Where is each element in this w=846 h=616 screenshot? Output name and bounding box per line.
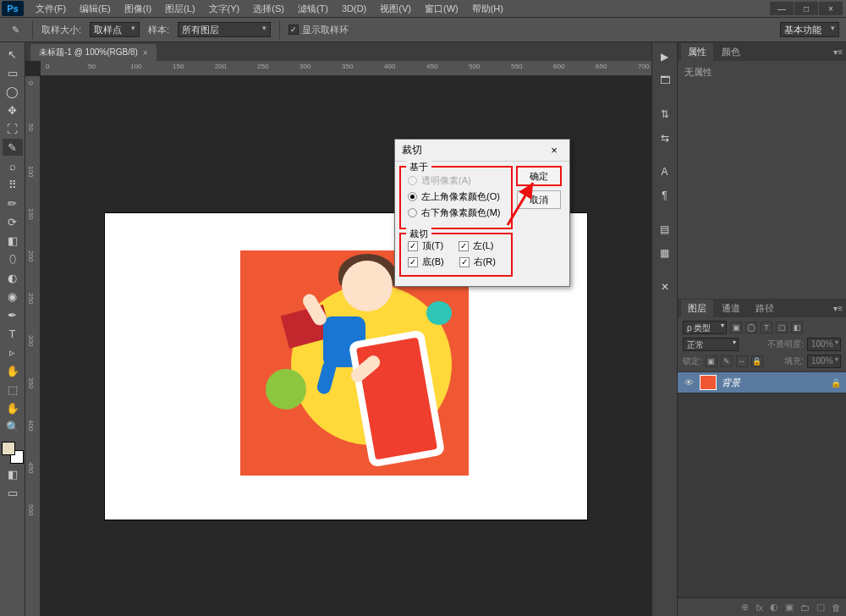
dialog-close-button[interactable]: ×: [546, 144, 563, 157]
blend-mode-select[interactable]: 正常: [683, 338, 739, 351]
show-sampling-ring[interactable]: ✓ 显示取样环: [288, 24, 349, 36]
gradient-tool[interactable]: ⬯: [3, 250, 23, 267]
paragraph-icon[interactable]: ¶: [656, 186, 674, 205]
healing-tool[interactable]: ⌕: [3, 157, 23, 174]
quick-select-tool[interactable]: ✥: [3, 102, 23, 118]
blur-tool[interactable]: ◐: [3, 269, 23, 286]
cancel-button[interactable]: 取消: [517, 190, 561, 209]
menu-image[interactable]: 图像(I): [118, 1, 158, 17]
visibility-icon[interactable]: 👁: [683, 377, 695, 388]
lock-transparency-icon[interactable]: ▣: [706, 355, 717, 367]
menu-help[interactable]: 帮助(H): [465, 1, 510, 17]
chk-left[interactable]: ✓左(L): [459, 239, 493, 252]
layer-filter-kind[interactable]: ρ 类型: [683, 321, 727, 334]
fx-icon[interactable]: fx: [755, 602, 763, 613]
move-tool[interactable]: ↖: [3, 46, 23, 63]
filter-pixel-icon[interactable]: ▣: [730, 322, 742, 333]
new-layer-icon[interactable]: ▢: [816, 602, 825, 613]
opacity-value[interactable]: 100%: [807, 338, 841, 351]
layer-name[interactable]: 背景: [722, 377, 740, 389]
link-layers-icon[interactable]: ⊕: [741, 602, 749, 613]
tab-properties[interactable]: 属性: [681, 43, 713, 61]
trim-legend: 裁切: [406, 228, 431, 240]
chk-top[interactable]: ✓顶(T): [408, 239, 443, 252]
path-select-tool[interactable]: ▹: [3, 344, 23, 360]
tab-channels[interactable]: 通道: [715, 300, 747, 317]
lock-pixels-icon[interactable]: ✎: [721, 355, 733, 367]
crop-tool[interactable]: ⛶: [3, 120, 23, 137]
tab-layers[interactable]: 图层: [681, 300, 713, 317]
ok-button[interactable]: 确定: [517, 167, 561, 185]
type-tool[interactable]: T: [3, 325, 23, 342]
menu-window[interactable]: 窗口(W): [418, 1, 465, 17]
menu-filter[interactable]: 滤镜(T): [291, 1, 335, 17]
layers-panel-tabs: 图层 通道 路径 ▾≡: [678, 299, 846, 317]
shape-tool[interactable]: ✋: [3, 362, 23, 379]
filter-smart-icon[interactable]: ◧: [791, 322, 803, 333]
layer-row-background[interactable]: 👁 背景 🔒: [678, 371, 846, 393]
radio-top-left[interactable]: 左上角像素颜色(O): [408, 189, 504, 205]
adjustment-layer-icon[interactable]: ▣: [785, 602, 794, 613]
radio-bottom-right[interactable]: 右下角像素颜色(M): [408, 205, 504, 221]
document-close-icon[interactable]: ×: [143, 48, 148, 58]
layers-menu-icon[interactable]: ▾≡: [833, 304, 843, 313]
layer-thumbnail[interactable]: [700, 375, 717, 390]
mask-icon[interactable]: ◐: [770, 602, 778, 613]
menu-layer[interactable]: 图层(L): [158, 1, 201, 17]
zoom-tool[interactable]: 🔍: [3, 418, 23, 435]
window-close[interactable]: ×: [819, 2, 843, 15]
collapsed-panels-stripe: ▶ 🗔 ⇅ ⇆ A ¶ ▤ ▦ ✕: [651, 42, 677, 616]
adjustments-icon[interactable]: ⇅: [656, 105, 674, 124]
pen-tool[interactable]: ✒: [3, 306, 23, 323]
eyedropper-tool[interactable]: ✎: [3, 139, 23, 156]
styles-icon[interactable]: ⇆: [656, 129, 674, 147]
delete-layer-icon[interactable]: 🗑: [832, 602, 841, 613]
libraries-icon[interactable]: ▦: [656, 244, 674, 262]
menu-3d[interactable]: 3D(D): [335, 2, 373, 15]
menu-view[interactable]: 视图(V): [373, 1, 418, 17]
group-icon[interactable]: 🗀: [800, 602, 810, 613]
dialog-titlebar[interactable]: 裁切 ×: [395, 140, 569, 162]
history-brush-tool[interactable]: ⟳: [3, 213, 23, 230]
screenmode-icon[interactable]: ▭: [3, 484, 23, 501]
filter-shape-icon[interactable]: ▢: [776, 322, 788, 333]
brush-tool[interactable]: ⠿: [3, 176, 23, 193]
sample-size-select[interactable]: 取样点: [90, 22, 140, 37]
dodge-tool[interactable]: ◉: [3, 288, 23, 305]
filter-text-icon[interactable]: T: [761, 322, 772, 333]
sample-select[interactable]: 所有图层: [178, 22, 271, 37]
document-tab[interactable]: 未标题-1 @ 100%(RGB/8) ×: [30, 44, 157, 61]
menu-file[interactable]: 文件(F): [29, 1, 73, 17]
filter-adjust-icon[interactable]: ◯: [745, 322, 757, 333]
lock-all-icon[interactable]: 🔒: [751, 355, 763, 367]
window-minimize[interactable]: —: [770, 2, 794, 15]
swatches-icon[interactable]: ▤: [656, 220, 674, 239]
workspace-select[interactable]: 基本功能: [780, 22, 839, 37]
menu-edit[interactable]: 编辑(E): [73, 1, 118, 17]
chk-bottom[interactable]: ✓底(B): [408, 256, 444, 268]
rotate-view-tool[interactable]: ✋: [3, 399, 23, 416]
lock-position-icon[interactable]: ↔: [736, 355, 748, 367]
navigator-icon[interactable]: 🗔: [656, 71, 674, 90]
marquee-tool[interactable]: ▭: [3, 64, 23, 81]
tab-color[interactable]: 颜色: [715, 43, 747, 61]
layers-empty-area[interactable]: [678, 393, 846, 597]
window-maximize[interactable]: □: [794, 2, 818, 15]
lasso-tool[interactable]: ◯: [3, 83, 23, 100]
panel-menu-icon[interactable]: ▾≡: [833, 47, 843, 57]
history-icon[interactable]: ▶: [656, 47, 674, 66]
fill-value[interactable]: 100%: [807, 355, 841, 368]
character-icon[interactable]: A: [656, 162, 674, 181]
foreground-swatch[interactable]: [2, 442, 15, 455]
stamp-tool[interactable]: ✏: [3, 195, 23, 212]
eraser-tool[interactable]: ◧: [3, 232, 23, 249]
tab-paths[interactable]: 路径: [749, 300, 781, 317]
hand-tool[interactable]: ⬚: [3, 381, 23, 398]
menu-select[interactable]: 选择(S): [246, 1, 291, 17]
quickmask-icon[interactable]: ◧: [3, 465, 23, 482]
chk-right[interactable]: ✓右(R): [459, 256, 496, 268]
color-swatches[interactable]: [2, 442, 24, 464]
menu-type[interactable]: 文字(Y): [202, 1, 247, 17]
ruler-vertical: 050 100150 200250 300350 400450 500: [25, 76, 41, 616]
actions-icon[interactable]: ✕: [656, 278, 674, 296]
